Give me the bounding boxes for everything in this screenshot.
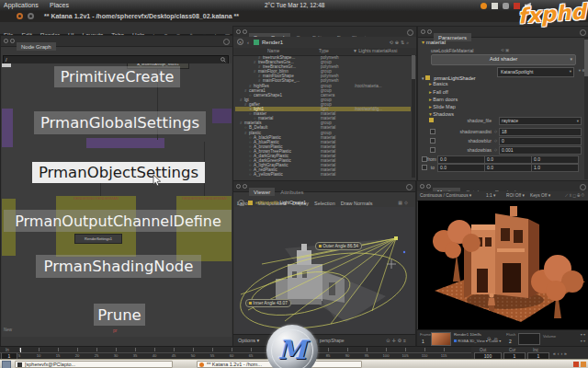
ruler-tick-number: 105 [402, 353, 409, 358]
field-input[interactable]: 18 [499, 128, 582, 136]
monitor-toolbar-icons[interactable]: ⟋✳⬚⊕◇ [565, 193, 585, 198]
workspace-icon[interactable] [573, 362, 579, 367]
backdrop-purple[interactable] [86, 138, 164, 148]
ruler-tick-number: 35 [133, 353, 138, 358]
scrollbar[interactable] [584, 38, 588, 179]
working-set-label[interactable]: Render1 [262, 40, 283, 45]
back-icon[interactable]: ‹ [247, 40, 249, 45]
field-input[interactable]: 0.001 [499, 146, 582, 155]
user-icon[interactable] [503, 3, 509, 9]
mail-icon[interactable] [492, 3, 498, 9]
vector-input[interactable]: 1.0 [531, 164, 579, 172]
render-thumbnail[interactable] [431, 332, 451, 346]
monitor-toolbar-2[interactable]: ROI Off ▾ [506, 193, 525, 198]
frame-value[interactable]: 1 [422, 339, 424, 344]
lock-icon[interactable]: ⊙ [487, 336, 491, 341]
spotlight-manipulator [234, 207, 414, 334]
light-handle[interactable] [394, 236, 398, 240]
pane-menu-icon[interactable] [406, 184, 413, 190]
node-label-prune[interactable]: Prune [94, 304, 145, 326]
field-input[interactable]: raytrace▾ [499, 117, 582, 125]
look-file-material-label[interactable]: useLookFileMaterial [431, 48, 473, 53]
param-field-shadow_file: shadow_fileraytrace▾ [418, 117, 588, 126]
ruler-tick-number: 45 [172, 353, 176, 358]
infinity-toggle[interactable]: ∞ [494, 336, 498, 341]
app-tray-icon[interactable] [481, 3, 487, 9]
pane-menu-icon[interactable] [580, 184, 586, 190]
field-input[interactable]: 0 [499, 137, 582, 145]
menu-applications[interactable]: Applications [4, 2, 39, 8]
scene-graph-row[interactable]: ○A_yellowPlasticmaterial [235, 172, 411, 177]
node-label-primitivecreate[interactable]: PrimitiveCreate [54, 66, 180, 87]
backdrop-label: RENDERING RENDERMAN [176, 197, 232, 201]
stepper-icon[interactable]: ◇ [494, 147, 497, 152]
backdrop-purple[interactable] [2, 109, 13, 147]
node-fragment[interactable] [2, 63, 11, 67]
channels-label[interactable]: RGBA [458, 339, 469, 343]
material-section-header[interactable]: ▾ material [422, 39, 446, 45]
col-type[interactable]: Type [319, 48, 329, 53]
clock[interactable]: 2°C Tue Mar 12, 12:48 [265, 2, 324, 8]
backdrop-purple[interactable] [212, 109, 232, 123]
node-label-prmanoutputchanneldefine[interactable]: PrmanOutputChannelDefine [4, 210, 232, 232]
show-desktop-icon[interactable] [2, 361, 11, 368]
col-lights[interactable]: ▼ Lights materialAssi [353, 48, 410, 53]
flush-value[interactable]: 2 [509, 339, 512, 344]
notification-icon[interactable] [581, 362, 586, 367]
vector-input[interactable]: 0.0 [437, 164, 485, 172]
clear-icon[interactable]: × [238, 200, 244, 206]
node-label-prmanglobalsettings[interactable]: PrmanGlobalSettings [34, 111, 206, 134]
options-dropdown[interactable]: Options ▾ [238, 338, 259, 343]
render-settings-node[interactable]: RenderSettings1 [74, 234, 122, 244]
stepper-icon[interactable]: ◇ [494, 138, 497, 143]
vector-input[interactable]: 0.0 [484, 155, 532, 164]
outer-angle-label[interactable]: Outer Angle 86.54 [315, 242, 362, 250]
param-group-slide-map[interactable]: ▸ Slide Map [429, 104, 456, 109]
camera-selector[interactable]: 🎥 perspShape [312, 338, 345, 343]
checkbox-icon[interactable] [430, 138, 435, 144]
viewer-bottom-icons[interactable]: ⊙✛⚙≡ [386, 338, 408, 343]
checkbox-icon[interactable] [430, 147, 435, 153]
pane-menu-icon[interactable] [407, 29, 413, 36]
vector-input[interactable]: 0.0 [437, 155, 485, 164]
window-menu-icon[interactable] [17, 13, 23, 19]
monitor-toolbar-3[interactable]: Keys Off ▾ [530, 193, 550, 198]
vector-input[interactable]: 0.0 [531, 155, 579, 164]
stepper-icon[interactable]: ◇ [494, 129, 497, 133]
node-label-prmanobjectsettings[interactable]: PrmanObjectSettings [32, 162, 205, 183]
render-view[interactable] [418, 201, 588, 329]
monitor-toolbar-1[interactable]: 1:1 ▾ [486, 193, 495, 198]
monitor-input-field[interactable] [518, 333, 540, 345]
param-group-barn-doors[interactable]: ▸ Barn doors [429, 97, 458, 102]
monitor-toolbar-0[interactable]: Continuous / Continuous ▾ [420, 193, 471, 198]
ruler-tick-number: 110 [422, 353, 428, 358]
playback-controls[interactable]: «‹›» [553, 351, 569, 356]
col-name[interactable]: Name [267, 48, 279, 53]
checkbox-icon[interactable] [430, 129, 435, 134]
pane-menu-icon[interactable] [223, 39, 230, 45]
clear-icon[interactable]: × [237, 39, 243, 45]
view-mode-dropdown[interactable]: 3D_View ▾ [469, 339, 488, 343]
file-icon[interactable] [429, 118, 434, 122]
node-label-prmanshadingnode[interactable]: PrmanShadingNode [36, 255, 201, 278]
param-group-fall-off[interactable]: ▸ Fall off [429, 89, 448, 95]
vector-input[interactable]: 0.0 [484, 164, 532, 172]
viewer-info-icons[interactable]: ▦⟐ [398, 200, 410, 206]
inner-angle-label[interactable]: Inner Angle 43.07 [245, 299, 291, 307]
scrollbar[interactable] [412, 55, 415, 178]
scene-graph-tools[interactable]: ⟲⊕⇅⌕ [390, 40, 411, 46]
taskbar-window-0[interactable]: [spherevfx@PClapto... [15, 361, 173, 368]
search-icon[interactable] [220, 57, 226, 63]
look-file-icons[interactable]: ⟲ ▣ [501, 48, 509, 52]
monitor-dropdown-icons[interactable]: ▾ ▾ [581, 332, 585, 337]
window-shade-icon[interactable] [28, 13, 34, 19]
viewer-3d-canvas[interactable]: Outer Angle 86.54 Inner Angle 43.07 [234, 207, 414, 334]
shader-select[interactable]: KatanaSpotlight ▾ [497, 67, 574, 77]
monitor-dropdown-icons[interactable]: ▾ ▾ [581, 339, 585, 343]
timeline[interactable]: In 1 51015202530354045505560657075808590… [0, 346, 471, 360]
node-graph-canvas[interactable]: RENDERMAN A_MaterialAssign_Stack1 RENDER… [2, 63, 232, 337]
shader-type-icon [425, 75, 430, 80]
param-group-basics[interactable]: ▸ Basics [429, 81, 448, 86]
menu-places[interactable]: Places [50, 2, 69, 8]
add-shader-button[interactable]: Add shader ▾ [431, 54, 576, 65]
